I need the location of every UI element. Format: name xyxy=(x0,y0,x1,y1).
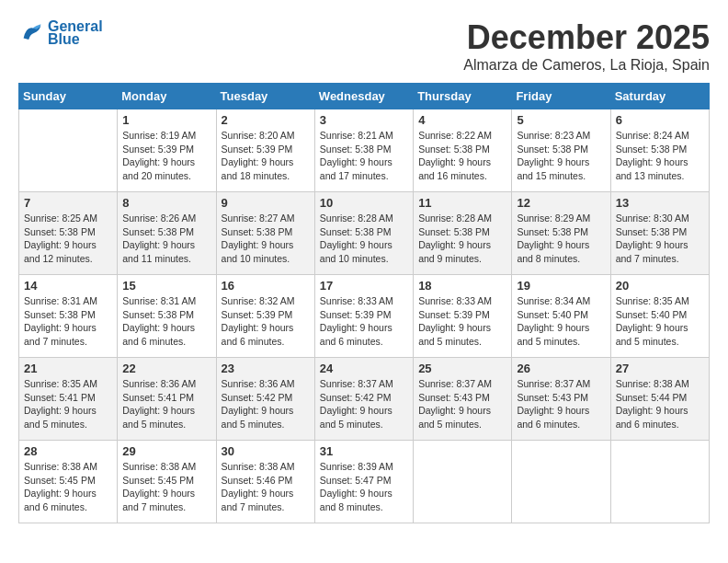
day-info: Sunrise: 8:38 AMSunset: 5:45 PMDaylight:… xyxy=(24,460,112,514)
day-number: 9 xyxy=(222,196,310,210)
day-number: 25 xyxy=(418,362,506,375)
calendar-cell: 22Sunrise: 8:36 AMSunset: 5:41 PMDayligh… xyxy=(118,358,216,441)
col-friday: Friday xyxy=(512,84,610,109)
day-info: Sunrise: 8:28 AMSunset: 5:38 PMDaylight:… xyxy=(320,212,408,266)
calendar-cell: 4Sunrise: 8:22 AMSunset: 5:38 PMDaylight… xyxy=(414,109,512,192)
day-info: Sunrise: 8:36 AMSunset: 5:42 PMDaylight:… xyxy=(222,377,310,431)
logo: General Blue xyxy=(18,18,103,48)
calendar-cell: 15Sunrise: 8:31 AMSunset: 5:38 PMDayligh… xyxy=(118,275,216,358)
calendar-cell: 5Sunrise: 8:23 AMSunset: 5:38 PMDaylight… xyxy=(512,109,610,192)
day-info: Sunrise: 8:37 AMSunset: 5:43 PMDaylight:… xyxy=(418,377,506,431)
calendar-table: Sunday Monday Tuesday Wednesday Thursday… xyxy=(18,83,710,523)
day-number: 27 xyxy=(616,362,704,375)
calendar-cell: 25Sunrise: 8:37 AMSunset: 5:43 PMDayligh… xyxy=(414,358,512,441)
day-info: Sunrise: 8:33 AMSunset: 5:39 PMDaylight:… xyxy=(418,294,506,349)
day-info: Sunrise: 8:23 AMSunset: 5:38 PMDaylight:… xyxy=(517,129,605,183)
day-number: 21 xyxy=(24,362,112,375)
calendar-cell: 19Sunrise: 8:34 AMSunset: 5:40 PMDayligh… xyxy=(512,275,610,358)
calendar-cell: 27Sunrise: 8:38 AMSunset: 5:44 PMDayligh… xyxy=(610,358,709,441)
day-info: Sunrise: 8:34 AMSunset: 5:40 PMDaylight:… xyxy=(517,294,605,349)
calendar-cell: 29Sunrise: 8:38 AMSunset: 5:45 PMDayligh… xyxy=(118,441,216,523)
day-number: 16 xyxy=(222,279,310,293)
calendar-cell: 13Sunrise: 8:30 AMSunset: 5:38 PMDayligh… xyxy=(610,192,709,275)
day-info: Sunrise: 8:33 AMSunset: 5:39 PMDaylight:… xyxy=(320,294,408,349)
day-number: 2 xyxy=(222,113,310,127)
title-area: December 2025 Almarza de Cameros, La Rio… xyxy=(463,18,710,74)
day-number: 3 xyxy=(320,113,408,127)
calendar-cell: 9Sunrise: 8:27 AMSunset: 5:38 PMDaylight… xyxy=(216,192,314,275)
calendar-cell: 7Sunrise: 8:25 AMSunset: 5:38 PMDaylight… xyxy=(19,192,118,275)
logo-bird-icon xyxy=(18,20,44,46)
calendar-body: 1Sunrise: 8:19 AMSunset: 5:39 PMDaylight… xyxy=(19,109,710,523)
col-saturday: Saturday xyxy=(610,84,709,109)
day-number: 10 xyxy=(320,196,408,210)
day-info: Sunrise: 8:22 AMSunset: 5:38 PMDaylight:… xyxy=(418,129,506,183)
calendar-week-row: 21Sunrise: 8:35 AMSunset: 5:41 PMDayligh… xyxy=(19,358,710,441)
calendar-cell: 23Sunrise: 8:36 AMSunset: 5:42 PMDayligh… xyxy=(216,358,314,441)
day-number: 4 xyxy=(418,113,506,127)
day-info: Sunrise: 8:29 AMSunset: 5:38 PMDaylight:… xyxy=(517,212,605,266)
calendar-week-row: 1Sunrise: 8:19 AMSunset: 5:39 PMDaylight… xyxy=(19,109,710,192)
day-number: 23 xyxy=(222,362,310,375)
day-info: Sunrise: 8:27 AMSunset: 5:38 PMDaylight:… xyxy=(222,212,310,266)
day-info: Sunrise: 8:36 AMSunset: 5:41 PMDaylight:… xyxy=(122,377,210,431)
day-info: Sunrise: 8:19 AMSunset: 5:39 PMDaylight:… xyxy=(122,129,210,183)
day-info: Sunrise: 8:35 AMSunset: 5:40 PMDaylight:… xyxy=(616,294,704,349)
day-info: Sunrise: 8:32 AMSunset: 5:39 PMDaylight:… xyxy=(222,294,310,349)
day-number: 17 xyxy=(320,279,408,293)
calendar-week-row: 28Sunrise: 8:38 AMSunset: 5:45 PMDayligh… xyxy=(19,441,710,523)
col-thursday: Thursday xyxy=(414,84,512,109)
day-number: 14 xyxy=(24,279,112,293)
calendar-cell: 20Sunrise: 8:35 AMSunset: 5:40 PMDayligh… xyxy=(610,275,709,358)
page-header: General Blue December 2025 Almarza de Ca… xyxy=(18,18,710,74)
calendar-cell xyxy=(414,441,512,523)
calendar-cell: 16Sunrise: 8:32 AMSunset: 5:39 PMDayligh… xyxy=(216,275,314,358)
calendar-cell: 12Sunrise: 8:29 AMSunset: 5:38 PMDayligh… xyxy=(512,192,610,275)
calendar-cell: 6Sunrise: 8:24 AMSunset: 5:38 PMDaylight… xyxy=(610,109,709,192)
calendar-cell: 21Sunrise: 8:35 AMSunset: 5:41 PMDayligh… xyxy=(19,358,118,441)
day-info: Sunrise: 8:31 AMSunset: 5:38 PMDaylight:… xyxy=(24,294,112,349)
calendar-cell: 28Sunrise: 8:38 AMSunset: 5:45 PMDayligh… xyxy=(19,441,118,523)
calendar-cell xyxy=(610,441,709,523)
day-number: 5 xyxy=(517,113,605,127)
calendar-cell: 11Sunrise: 8:28 AMSunset: 5:38 PMDayligh… xyxy=(414,192,512,275)
day-number: 8 xyxy=(122,196,210,210)
calendar-header: Sunday Monday Tuesday Wednesday Thursday… xyxy=(19,84,710,109)
day-number: 15 xyxy=(122,279,210,293)
calendar-cell: 26Sunrise: 8:37 AMSunset: 5:43 PMDayligh… xyxy=(512,358,610,441)
calendar-cell: 24Sunrise: 8:37 AMSunset: 5:42 PMDayligh… xyxy=(314,358,413,441)
month-title: December 2025 xyxy=(463,18,710,57)
day-number: 28 xyxy=(24,444,112,458)
day-info: Sunrise: 8:35 AMSunset: 5:41 PMDaylight:… xyxy=(24,377,112,431)
day-info: Sunrise: 8:38 AMSunset: 5:44 PMDaylight:… xyxy=(616,377,704,431)
logo-text: General Blue xyxy=(48,18,103,48)
day-info: Sunrise: 8:39 AMSunset: 5:47 PMDaylight:… xyxy=(320,460,408,514)
day-number: 13 xyxy=(616,196,704,210)
day-info: Sunrise: 8:38 AMSunset: 5:45 PMDaylight:… xyxy=(122,460,210,514)
calendar-cell: 18Sunrise: 8:33 AMSunset: 5:39 PMDayligh… xyxy=(414,275,512,358)
day-number: 30 xyxy=(222,444,310,458)
col-wednesday: Wednesday xyxy=(314,84,413,109)
day-number: 19 xyxy=(517,279,605,293)
calendar-cell: 2Sunrise: 8:20 AMSunset: 5:39 PMDaylight… xyxy=(216,109,314,192)
day-info: Sunrise: 8:30 AMSunset: 5:38 PMDaylight:… xyxy=(616,212,704,266)
day-number: 29 xyxy=(122,444,210,458)
day-info: Sunrise: 8:24 AMSunset: 5:38 PMDaylight:… xyxy=(616,129,704,183)
calendar-cell: 1Sunrise: 8:19 AMSunset: 5:39 PMDaylight… xyxy=(118,109,216,192)
day-info: Sunrise: 8:28 AMSunset: 5:38 PMDaylight:… xyxy=(418,212,506,266)
day-number: 1 xyxy=(122,113,210,127)
calendar-cell: 10Sunrise: 8:28 AMSunset: 5:38 PMDayligh… xyxy=(314,192,413,275)
day-number: 24 xyxy=(320,362,408,375)
calendar-cell: 17Sunrise: 8:33 AMSunset: 5:39 PMDayligh… xyxy=(314,275,413,358)
day-number: 18 xyxy=(418,279,506,293)
col-tuesday: Tuesday xyxy=(216,84,314,109)
day-info: Sunrise: 8:37 AMSunset: 5:43 PMDaylight:… xyxy=(517,377,605,431)
day-info: Sunrise: 8:26 AMSunset: 5:38 PMDaylight:… xyxy=(122,212,210,266)
day-info: Sunrise: 8:25 AMSunset: 5:38 PMDaylight:… xyxy=(24,212,112,266)
day-info: Sunrise: 8:38 AMSunset: 5:46 PMDaylight:… xyxy=(222,460,310,514)
calendar-week-row: 7Sunrise: 8:25 AMSunset: 5:38 PMDaylight… xyxy=(19,192,710,275)
location-title: Almarza de Cameros, La Rioja, Spain xyxy=(463,57,710,74)
day-number: 12 xyxy=(517,196,605,210)
day-number: 6 xyxy=(616,113,704,127)
calendar-cell: 14Sunrise: 8:31 AMSunset: 5:38 PMDayligh… xyxy=(19,275,118,358)
